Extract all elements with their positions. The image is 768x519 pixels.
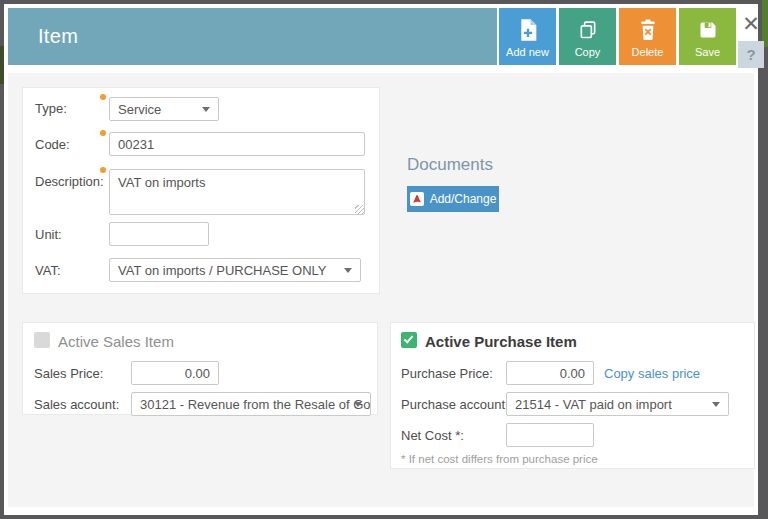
sales-price-label: Sales Price: — [34, 366, 103, 381]
sales-panel: Active Sales Item Sales Price: Sales acc… — [22, 322, 378, 415]
purchase-panel: Active Purchase Item Purchase Price: Cop… — [390, 322, 755, 469]
save-button[interactable]: Save — [679, 8, 736, 65]
code-label: Code: — [35, 137, 70, 152]
trash-icon — [638, 16, 658, 44]
help-icon: ? — [746, 46, 755, 63]
required-indicator — [100, 130, 106, 136]
sales-account-label: Sales account: — [34, 397, 119, 412]
close-icon: ✕ — [742, 12, 760, 35]
floppy-icon — [698, 16, 718, 44]
save-label: Save — [695, 46, 720, 58]
type-select[interactable]: Service — [109, 97, 219, 121]
copy-label: Copy — [575, 46, 601, 58]
add-change-button[interactable]: Add/Change — [407, 186, 499, 212]
purchase-price-input[interactable] — [506, 361, 594, 385]
purchase-section-title: Active Purchase Item — [425, 333, 577, 350]
copy-icon — [578, 16, 598, 44]
pdf-icon — [410, 192, 424, 206]
purchase-account-label: Purchase account: — [401, 397, 509, 412]
unit-label: Unit: — [35, 227, 62, 242]
vat-select[interactable]: VAT on imports / PURCHASE ONLY — [109, 258, 361, 282]
unit-input[interactable] — [109, 222, 209, 246]
copy-button[interactable]: Copy — [559, 8, 616, 65]
item-form-panel: Type: Service Code: Description: VAT on … — [22, 87, 380, 294]
purchase-account-value: 21514 - VAT paid on import — [515, 397, 672, 412]
purchase-account-select[interactable]: 21514 - VAT paid on import — [506, 392, 729, 416]
active-sales-checkbox[interactable] — [34, 332, 50, 348]
add-new-button[interactable]: Add new — [499, 8, 556, 65]
vat-select-value: VAT on imports / PURCHASE ONLY — [118, 263, 327, 278]
modal-header: Item — [8, 8, 497, 65]
checkmark-icon — [404, 333, 414, 343]
delete-label: Delete — [632, 46, 664, 58]
copy-sales-price-link[interactable]: Copy sales price — [604, 366, 700, 381]
sales-section-title: Active Sales Item — [58, 333, 174, 350]
chevron-down-icon — [354, 402, 362, 407]
textarea-resize-handle[interactable] — [355, 205, 364, 214]
code-input[interactable] — [109, 132, 365, 156]
chevron-down-icon — [712, 402, 720, 407]
sales-account-value: 30121 - Revenue from the Resale of Goods — [140, 397, 371, 412]
sales-price-input[interactable] — [131, 361, 219, 385]
modal-body: Type: Service Code: Description: VAT on … — [8, 73, 754, 507]
net-cost-input[interactable] — [506, 423, 594, 447]
chevron-down-icon — [202, 107, 210, 112]
delete-button[interactable]: Delete — [619, 8, 676, 65]
type-label: Type: — [35, 101, 67, 116]
net-cost-label: Net Cost *: — [401, 428, 464, 443]
help-button[interactable]: ? — [738, 41, 764, 68]
chevron-down-icon — [344, 268, 352, 273]
close-button[interactable]: ✕ — [738, 10, 764, 38]
type-select-value: Service — [118, 102, 161, 117]
required-indicator — [100, 167, 106, 173]
documents-heading: Documents — [407, 155, 493, 175]
net-cost-note: * If net cost differs from purchase pric… — [401, 453, 598, 465]
required-indicator — [100, 94, 106, 100]
add-new-label: Add new — [506, 46, 549, 58]
description-label: Description: — [35, 174, 104, 189]
sales-account-select[interactable]: 30121 - Revenue from the Resale of Goods — [131, 392, 371, 416]
purchase-price-label: Purchase Price: — [401, 366, 493, 381]
screen: Item Add new Copy — [0, 0, 768, 519]
item-modal: Item Add new Copy — [4, 4, 758, 515]
vat-label: VAT: — [35, 263, 61, 278]
active-purchase-checkbox[interactable] — [401, 332, 417, 348]
document-plus-icon — [518, 16, 538, 44]
add-change-label: Add/Change — [430, 192, 497, 206]
description-textarea[interactable]: VAT on imports — [109, 169, 365, 215]
modal-title: Item — [38, 25, 78, 48]
